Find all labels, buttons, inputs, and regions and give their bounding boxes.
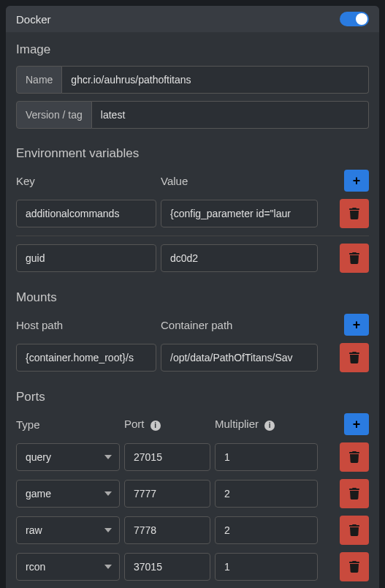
ports-section-title: Ports: [16, 390, 369, 404]
port-multiplier-input[interactable]: [215, 553, 318, 581]
port-multiplier-input[interactable]: [215, 516, 318, 544]
port-multiplier-input[interactable]: [215, 443, 318, 471]
port-type-select[interactable]: querygamerawrcon: [16, 480, 120, 508]
mount-delete-button[interactable]: [340, 343, 369, 372]
port-type-select[interactable]: querygamerawrcon: [16, 516, 120, 544]
image-version-row: Version / tag: [16, 101, 369, 129]
port-add-button[interactable]: +: [344, 413, 369, 435]
port-multiplier-input[interactable]: [215, 480, 318, 508]
mount-add-button[interactable]: +: [344, 314, 369, 336]
port-type-select[interactable]: querygamerawrcon: [16, 553, 120, 581]
docker-enable-toggle[interactable]: [340, 12, 369, 26]
port-delete-button[interactable]: [340, 442, 369, 472]
mount-row: [16, 343, 369, 372]
image-version-input[interactable]: [92, 101, 369, 129]
trash-icon: [348, 451, 360, 463]
ports-mult-label: Multiplier i: [215, 418, 344, 430]
port-number-input[interactable]: [124, 443, 210, 471]
port-delete-button[interactable]: [340, 516, 369, 545]
image-name-input[interactable]: [62, 66, 369, 94]
trash-icon: [348, 488, 360, 500]
port-number-input[interactable]: [124, 516, 210, 544]
env-row: [16, 199, 369, 228]
panel-header: Docker: [6, 6, 379, 32]
port-row: querygamerawrcon: [16, 442, 369, 472]
image-section-title: Image: [16, 42, 369, 57]
port-delete-button[interactable]: [340, 552, 369, 581]
env-add-button[interactable]: +: [344, 170, 369, 192]
mount-host-input[interactable]: [16, 344, 156, 372]
panel-title: Docker: [16, 13, 51, 26]
panel-body: Image Name Version / tag Environment var…: [6, 32, 379, 588]
env-key-input[interactable]: [16, 200, 156, 227]
mounts-container-label: Container path: [161, 319, 344, 331]
plus-icon: +: [353, 173, 361, 189]
port-delete-button[interactable]: [340, 479, 369, 508]
info-icon[interactable]: i: [150, 421, 161, 431]
image-version-label: Version / tag: [16, 101, 92, 129]
port-number-input[interactable]: [124, 480, 210, 508]
port-number-input[interactable]: [124, 553, 210, 581]
env-delete-button[interactable]: [340, 244, 369, 273]
env-cols-header: Key Value +: [16, 170, 369, 192]
trash-icon: [348, 561, 360, 573]
env-value-input[interactable]: [161, 200, 318, 227]
divider: [16, 235, 369, 236]
plus-icon: +: [353, 417, 361, 432]
env-section-title: Environment variables: [16, 146, 369, 161]
trash-icon: [348, 252, 360, 264]
env-key-input[interactable]: [16, 244, 156, 272]
image-name-label: Name: [16, 66, 62, 94]
ports-cols-header: Type Port i Multiplier i +: [16, 413, 369, 435]
env-delete-button[interactable]: [340, 199, 369, 228]
docker-panel: Docker Image Name Version / tag Environm…: [6, 6, 379, 588]
port-row: querygamerawrcon: [16, 479, 369, 508]
env-row: [16, 244, 369, 273]
trash-icon: [348, 524, 360, 536]
image-name-row: Name: [16, 66, 369, 94]
env-value-label: Value: [161, 175, 344, 187]
mount-container-input[interactable]: [161, 344, 318, 372]
mounts-cols-header: Host path Container path +: [16, 314, 369, 336]
env-value-input[interactable]: [161, 244, 318, 272]
info-icon[interactable]: i: [264, 421, 275, 431]
mounts-host-label: Host path: [16, 319, 161, 331]
plus-icon: +: [353, 317, 361, 333]
port-row: querygamerawrcon: [16, 552, 369, 581]
toggle-knob: [356, 13, 367, 25]
port-type-select[interactable]: querygamerawrcon: [16, 443, 120, 471]
ports-port-label: Port i: [124, 418, 215, 430]
port-row: querygamerawrcon: [16, 516, 369, 545]
trash-icon: [348, 208, 360, 219]
env-key-label: Key: [16, 175, 161, 187]
ports-type-label: Type: [16, 418, 124, 431]
mounts-section-title: Mounts: [16, 290, 369, 305]
trash-icon: [348, 352, 360, 363]
